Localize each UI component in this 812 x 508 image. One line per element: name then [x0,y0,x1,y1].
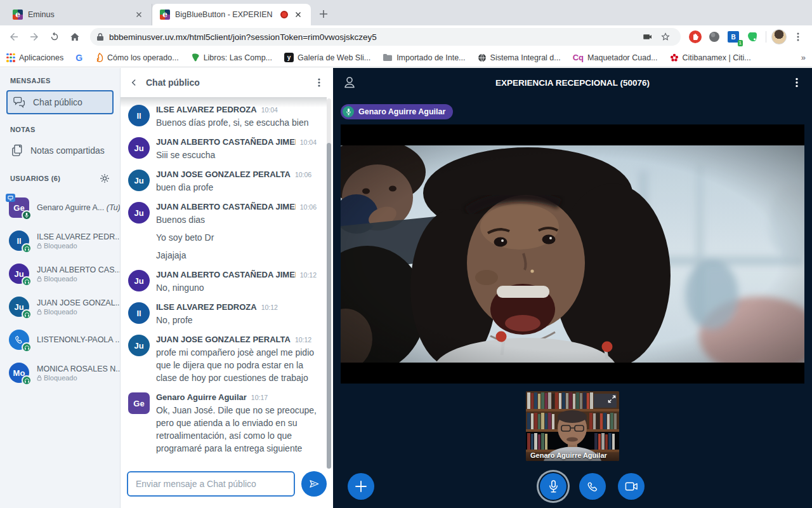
public-chat-panel: Chat público Il ILSE ALVAREZ PEDROZA10:0… [121,68,333,508]
browser-profile-avatar[interactable] [771,29,787,44]
bookmark-citibanamex[interactable]: Citibanamex | Citi... [670,53,751,62]
avatar: Il [128,302,150,324]
chat-message-input[interactable] [127,471,295,497]
users-section-label: USUARIOS (6) [10,175,60,182]
chat-scrollbar-thumb[interactable] [327,143,331,469]
message-text: No, ninguno [156,281,317,294]
notes-section-label: NOTAS [0,126,120,133]
avatar: Ju [9,264,29,284]
adblock-hand-extension-icon[interactable] [687,29,704,45]
avatar: Ju [128,202,150,224]
back-icon[interactable] [5,28,23,46]
bookmark-importado[interactable]: Importado de Inte... [383,53,465,62]
mute-microphone-button[interactable] [540,473,566,500]
fullscreen-expand-icon[interactable] [606,393,617,404]
tab-eminus[interactable]: e Eminus [5,4,152,25]
user-row-juan-jose[interactable]: Ju JUAN JOSE GONZAL... Bloqueado [0,290,120,323]
gray-orb-extension-icon[interactable] [706,29,723,45]
close-tab-icon[interactable] [134,10,144,20]
send-message-button[interactable] [301,471,327,497]
avatar: Ge [128,392,150,414]
listen-only-headphones-badge-icon [22,243,32,253]
tab-bigbluebutton[interactable]: e BigBlueButton - EXPERIEN [152,4,311,25]
message-text: Jajajaja [156,249,317,262]
bigbluebutton-client: MENSAJES Chat público NOTAS Notas compar… [0,68,812,508]
message-time: 10:04 [261,106,278,114]
locked-status: Bloqueado [37,308,120,316]
evernote-extension-icon[interactable] [744,29,761,45]
chat-message: Ju JUAN ALBERTO CASTAÑEDA JIMENEZ10:12 N… [128,270,317,294]
presentation-area: EXPERIENCIA RECEPCIONAL (50076) Genaro A… [333,68,812,508]
message-author: JUAN JOSE GONZALEZ PERALTA [156,335,291,344]
south-america-icon [191,53,200,62]
options-kebab-icon[interactable] [792,77,802,88]
chat-message: Ju JUAN ALBERTO CASTAÑEDA JIMENEZ10:04 S… [128,137,317,161]
user-row-monica[interactable]: Mo MONICA ROSALES N... Bloqueado [0,356,120,389]
user-row-juan-alberto[interactable]: Ju JUAN ALBERTO CAS... Bloqueado [0,257,120,290]
message-author: JUAN ALBERTO CASTAÑEDA JIMENEZ [156,202,296,211]
chat-message-list: Il ILSE ALVAREZ PEDROZA10:04 Buenos días… [121,97,333,467]
share-webcam-button[interactable] [618,473,645,500]
bookmark-apps[interactable]: Aplicaciones [6,53,63,62]
message-text: Yo soy beto Dr [156,231,317,244]
browser-menu-kebab-icon[interactable] [789,28,807,46]
chat-message: Ju JUAN JOSE GONZALEZ PERALTA10:12 profe… [128,335,317,384]
user-row-ilse[interactable]: Il ILSE ALVAREZ PEDR... Bloqueado [0,224,120,257]
forward-icon[interactable] [25,28,43,46]
camera-in-use-icon[interactable] [639,28,657,46]
eminus-favicon: e [13,10,23,20]
bookmark-libros[interactable]: Libros: Las Comp... [191,53,272,62]
microphone-icon [548,480,559,493]
dial-in-phone-icon [15,335,23,344]
actions-plus-button[interactable] [348,473,374,500]
shared-notes-icon [11,144,23,157]
tab-title: Eminus [28,10,129,19]
message-time: 10:06 [300,203,317,211]
new-tab-button[interactable] [315,5,332,23]
leave-audio-button[interactable] [579,473,606,500]
bookmarks-bar: Aplicaciones G Cómo los operado... Libro… [0,48,812,67]
message-text: No, profe [156,314,317,326]
tab-title: BigBlueButton - EXPERIEN [175,10,275,19]
bookmark-star-icon[interactable] [657,28,674,46]
bookmark-galeria-web[interactable]: y Galería de Web Sli... [284,53,370,62]
user-row-genaro[interactable]: Ge Genaro Aguirre A... (Tu) [0,191,120,224]
chat-options-kebab-icon[interactable] [314,77,324,88]
reload-icon[interactable] [46,28,63,46]
left-sidebar: MENSAJES Chat público NOTAS Notas compar… [0,68,121,508]
phone-handset-icon [587,481,599,493]
avatar: Ju [128,335,150,356]
manage-users-gear-icon[interactable] [100,173,110,184]
video-camera-icon [625,481,638,491]
webcam-thumbnail-genaro[interactable]: Genaro Aguirre Aguilar [526,391,619,461]
message-author: Genaro Aguirre Aguilar [156,392,247,402]
message-author: JUAN ALBERTO CASTAÑEDA JIMENEZ [156,270,296,279]
message-time: 10:04 [300,138,317,146]
address-bar[interactable]: bbbeminusver.uv.mx/html5client/join?sess… [90,28,681,46]
bookmark-como-los-operadores[interactable]: Cómo los operado... [95,53,179,62]
avatar: Ju [9,297,29,317]
sidebar-item-public-chat[interactable]: Chat público [6,90,114,114]
bookmark-google[interactable]: G [75,53,82,63]
user-person-icon[interactable] [343,76,356,90]
close-tab-icon[interactable] [293,10,303,20]
shared-video-player[interactable] [341,124,804,384]
b-extension-icon[interactable]: B 1 [725,29,742,45]
sidebar-item-shared-notes[interactable]: Notas compartidas [6,139,114,162]
message-time: 10:17 [251,394,268,401]
bookmark-sistema-integral[interactable]: Sistema Integral d... [478,53,561,62]
talking-indicator[interactable]: Genaro Aguirre Aguilar [341,104,453,119]
plus-icon [354,479,368,493]
bookmarks-overflow-chevron[interactable]: » [801,53,806,62]
webcam-user-label: Genaro Aguirre Aguilar [526,450,619,461]
message-author: JUAN JOSE GONZALEZ PERALTA [156,170,291,179]
home-icon[interactable] [66,28,84,46]
user-row-listenonly-paola[interactable]: LISTENONLY-PAOLA ... [0,323,120,356]
locked-status: Bloqueado [37,275,120,283]
main-header [333,68,812,97]
bookmark-maquetador[interactable]: Cq Maquetador Cuad... [573,53,658,62]
avatar: Ge [9,197,29,218]
globe-icon [478,53,487,62]
chat-message: Ge Genaro Aguirre Aguilar10:17 Ok, Juan … [128,392,317,455]
collapse-chat-chevron-icon[interactable] [129,78,138,87]
